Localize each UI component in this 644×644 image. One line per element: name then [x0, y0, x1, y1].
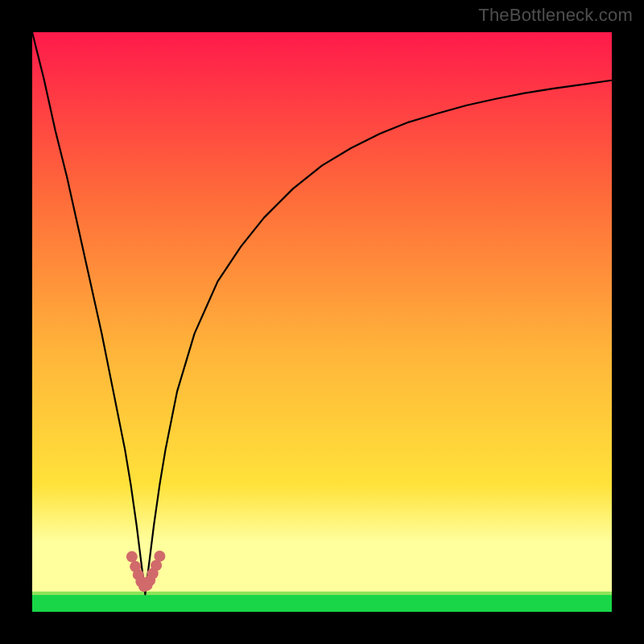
plot-area	[32, 32, 612, 612]
pale-band	[32, 545, 612, 594]
green-strip	[32, 594, 612, 612]
watermark-text: TheBottleneck.com	[478, 5, 633, 26]
chart-svg	[32, 32, 612, 612]
green-transition	[32, 592, 612, 595]
highlight-dot	[126, 551, 138, 563]
highlight-dot	[154, 551, 165, 562]
outer-frame: TheBottleneck.com	[0, 0, 644, 644]
gradient-bg	[32, 32, 612, 612]
